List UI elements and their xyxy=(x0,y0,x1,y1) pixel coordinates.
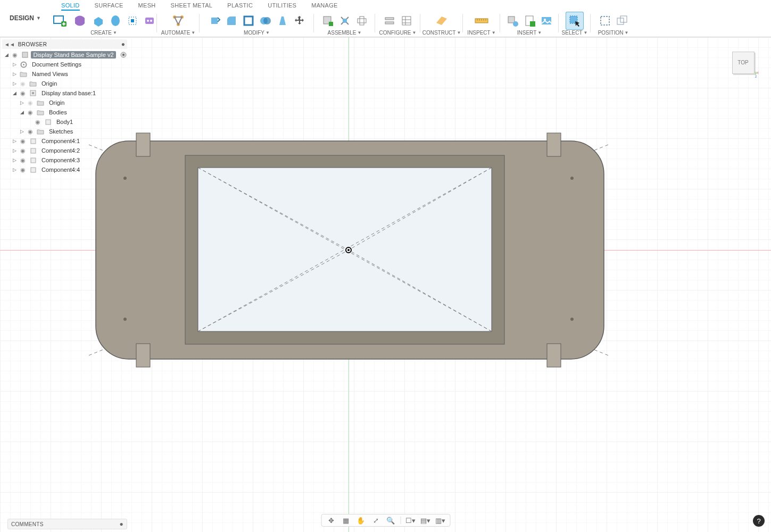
tree-item[interactable]: ◉ Body1 xyxy=(2,117,127,127)
twisty-icon[interactable]: ▷ xyxy=(19,129,24,134)
look-at-icon[interactable]: ▦ xyxy=(341,515,351,526)
svg-rect-50 xyxy=(547,133,561,156)
visibility-icon[interactable]: ◉ xyxy=(27,99,34,106)
zoom-icon[interactable]: ⤢ xyxy=(370,515,381,526)
tree-item[interactable]: ▷ Named Views xyxy=(2,69,127,79)
twisty-icon[interactable]: ▷ xyxy=(12,62,17,67)
measure-icon[interactable] xyxy=(472,12,491,30)
visibility-icon[interactable]: ◉ xyxy=(12,52,19,59)
combine-icon[interactable] xyxy=(258,13,273,28)
browser-tree: ◢ ◉ Display Stand Base Sample v2 ▷ Docum… xyxy=(2,49,127,176)
visibility-icon[interactable]: ◉ xyxy=(19,138,27,145)
workspace-dropdown[interactable]: DESIGN ▼ xyxy=(0,0,51,36)
grid-settings-icon[interactable]: ▤▾ xyxy=(420,515,430,526)
twisty-icon[interactable]: ◢ xyxy=(12,90,17,96)
press-pull-icon[interactable] xyxy=(207,13,222,28)
display-settings-icon[interactable]: ☐▾ xyxy=(405,515,416,526)
group-label-configure[interactable]: CONFIGURE▼ xyxy=(379,30,417,37)
zoom-fit-icon[interactable]: 🔍 xyxy=(385,515,396,526)
tab-mesh[interactable]: MESH xyxy=(138,2,156,11)
twisty-icon[interactable]: ▷ xyxy=(12,157,17,163)
tab-utilities[interactable]: UTILITIES xyxy=(268,2,296,11)
tree-item[interactable]: ▷ ◉ Component4:1 xyxy=(2,136,127,146)
tree-item[interactable]: ◢ ◉ Display stand base:1 xyxy=(2,88,127,98)
visibility-icon[interactable]: ◉ xyxy=(27,109,34,116)
insert-mcmaster-icon[interactable] xyxy=(522,13,537,28)
group-label-assemble[interactable]: ASSEMBLE▼ xyxy=(328,30,362,37)
orbit-icon[interactable]: ✥ xyxy=(326,515,336,526)
create-form-icon[interactable] xyxy=(71,12,89,30)
position-capture-icon[interactable] xyxy=(598,13,612,28)
browser-collapse-icon[interactable]: ◄◄ xyxy=(4,41,15,47)
twisty-icon[interactable]: ◢ xyxy=(19,110,24,115)
tree-item[interactable]: ▷ ◉ Component4:2 xyxy=(2,146,127,155)
emboss-icon[interactable] xyxy=(125,13,140,28)
twisty-icon[interactable]: ▷ xyxy=(12,71,17,77)
tree-item[interactable]: ▷ ◉ Sketches xyxy=(2,127,127,136)
shell-icon[interactable] xyxy=(241,13,256,28)
create-pcb-icon[interactable] xyxy=(142,13,157,28)
group-label-automate[interactable]: AUTOMATE▼ xyxy=(161,30,196,37)
visibility-icon[interactable]: ◉ xyxy=(27,128,34,135)
group-label-modify[interactable]: MODIFY▼ xyxy=(244,30,270,37)
view-cube[interactable]: TOP yxz xyxy=(728,48,758,77)
tab-sheet-metal[interactable]: SHEET METAL xyxy=(171,2,213,11)
fillet-icon[interactable] xyxy=(224,13,239,28)
tab-solid[interactable]: SOLID xyxy=(61,2,80,11)
group-label-inspect[interactable]: INSPECT▼ xyxy=(467,30,495,37)
group-label-construct[interactable]: CONSTRUCT▼ xyxy=(422,30,461,37)
tree-root[interactable]: ◢ ◉ Display Stand Base Sample v2 xyxy=(2,50,127,60)
draft-icon[interactable] xyxy=(275,13,290,28)
position-revert-icon[interactable] xyxy=(615,13,629,28)
visibility-icon[interactable]: ◉ xyxy=(19,157,27,164)
help-bubble-icon[interactable]: ? xyxy=(753,515,765,527)
visibility-icon[interactable]: ◉ xyxy=(34,119,42,126)
comments-panel[interactable]: COMMENTS ● xyxy=(7,519,127,529)
insert-image-icon[interactable] xyxy=(539,13,554,28)
visibility-icon[interactable]: ◉ xyxy=(19,147,27,154)
tree-item[interactable]: ◢ ◉ Bodies xyxy=(2,107,127,117)
group-label-select[interactable]: SELECT▼ xyxy=(562,30,588,37)
new-sketch-icon[interactable] xyxy=(51,12,69,30)
tab-plastic[interactable]: PLASTIC xyxy=(227,2,253,11)
twisty-icon[interactable]: ▷ xyxy=(12,167,17,172)
tree-item[interactable]: ▷ Document Settings xyxy=(2,60,127,69)
pan-icon[interactable]: ✋ xyxy=(355,515,366,526)
revolve-icon[interactable] xyxy=(108,13,123,28)
viewport[interactable]: ◄◄ BROWSER ● ◢ ◉ Display Stand Base Samp… xyxy=(0,37,771,532)
group-label-insert[interactable]: INSERT▼ xyxy=(517,30,542,37)
new-component-icon[interactable] xyxy=(320,13,335,28)
move-icon[interactable] xyxy=(292,13,307,28)
svg-point-37 xyxy=(123,177,127,180)
body-icon xyxy=(44,118,52,126)
configure-icon[interactable] xyxy=(382,13,397,28)
tree-item[interactable]: ▷ ◉ Component4:4 xyxy=(2,165,127,174)
joint-origin-icon[interactable] xyxy=(354,13,369,28)
group-label-position[interactable]: POSITION▼ xyxy=(598,30,629,37)
viewport-settings-icon[interactable]: ▥▾ xyxy=(435,515,445,526)
construct-plane-icon[interactable] xyxy=(433,12,451,30)
twisty-icon[interactable]: ◢ xyxy=(4,52,10,57)
twisty-icon[interactable]: ▷ xyxy=(19,100,24,105)
svg-rect-49 xyxy=(136,133,150,156)
joint-icon[interactable] xyxy=(337,13,352,28)
config-table-icon[interactable] xyxy=(399,13,414,28)
group-label-create[interactable]: CREATE▼ xyxy=(90,30,117,37)
twisty-icon[interactable]: ▷ xyxy=(12,148,17,153)
automate-icon[interactable] xyxy=(169,12,187,30)
tree-item[interactable]: ▷ ◉ Origin xyxy=(2,79,127,88)
tree-item[interactable]: ▷ ◉ Component4:3 xyxy=(2,155,127,165)
visibility-icon[interactable]: ◉ xyxy=(19,90,27,97)
visibility-icon[interactable]: ◉ xyxy=(19,167,27,173)
comments-collapse-icon[interactable]: ● xyxy=(119,520,123,528)
twisty-icon[interactable]: ▷ xyxy=(12,138,17,144)
visibility-icon[interactable]: ◉ xyxy=(19,80,27,87)
insert-derive-icon[interactable] xyxy=(505,13,520,28)
twisty-icon[interactable]: ▷ xyxy=(12,81,17,86)
tab-manage[interactable]: MANAGE xyxy=(311,2,337,11)
tree-item[interactable]: ▷ ◉ Origin xyxy=(2,98,127,107)
browser-minimize-icon[interactable]: ● xyxy=(121,40,125,48)
extrude-icon[interactable] xyxy=(91,13,106,28)
select-icon[interactable] xyxy=(566,12,584,30)
tab-surface[interactable]: SURFACE xyxy=(95,2,123,11)
